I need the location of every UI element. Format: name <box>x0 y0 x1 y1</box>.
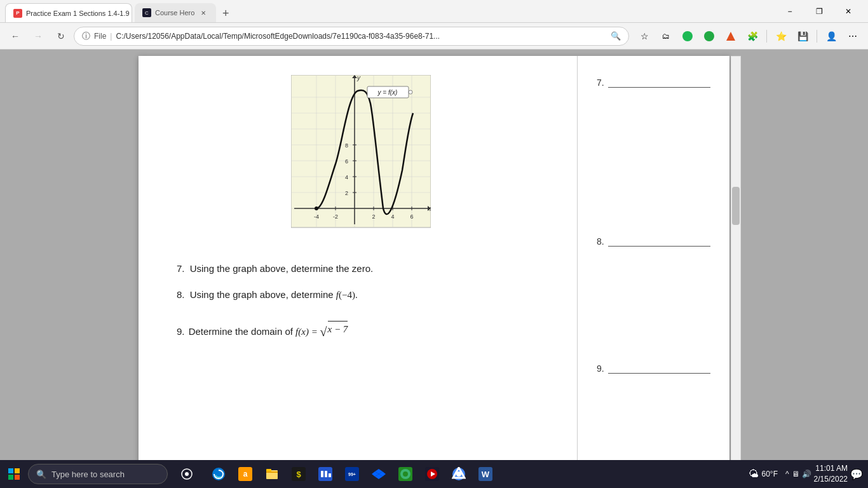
window-controls: − ❐ ✕ <box>775 0 863 23</box>
svg-text:4: 4 <box>345 174 348 180</box>
amazon-logo: a <box>238 467 252 481</box>
new-tab-button[interactable]: + <box>216 4 235 22</box>
svg-text:4: 4 <box>391 214 394 220</box>
forward-button[interactable]: → <box>28 26 48 46</box>
question-8: 8. Using the graph above, determine f(−4… <box>177 288 545 302</box>
speaker-icon: 🔊 <box>802 470 811 478</box>
tab-coursehero[interactable]: C Course Hero ✕ <box>135 3 216 22</box>
taskbar-app6-icon[interactable]: 99+ <box>339 461 365 487</box>
url-bar[interactable]: ⓘ File | C:/Users/12056/AppData/Local/Te… <box>74 27 629 46</box>
fav-star-icon[interactable]: ⭐ <box>771 26 791 46</box>
graph-area: -4 -2 2 4 6 2 <box>291 75 431 243</box>
network-icon: 🖥 <box>792 470 799 478</box>
weather-icon: 🌤 <box>749 468 759 480</box>
q9-math2: (x) = <box>298 327 320 337</box>
svg-text:y: y <box>356 75 361 81</box>
file-label: File <box>94 32 106 41</box>
answer-9: 9. <box>597 361 710 374</box>
taskbar-amazon-icon[interactable]: a <box>233 461 258 487</box>
taskbar-edge-icon[interactable] <box>206 461 231 487</box>
taskbar-game-icon[interactable] <box>393 461 418 487</box>
svg-text:2: 2 <box>372 214 375 220</box>
scrollbar[interactable] <box>731 56 741 488</box>
browser-icon-1[interactable] <box>677 26 698 46</box>
svg-text:-4: -4 <box>314 214 319 220</box>
answer-8-line <box>608 234 710 247</box>
content-scroll: -4 -2 2 4 6 2 <box>0 50 868 488</box>
taskbar-app5-icon[interactable] <box>313 461 338 487</box>
q7-num: 7. <box>177 263 185 274</box>
address-bar: ← → ↻ ⓘ File | C:/Users/12056/AppData/Lo… <box>0 23 868 50</box>
more-button[interactable]: ⋯ <box>843 26 863 46</box>
taskbar-clock[interactable]: 11:01 AM 2/15/2022 <box>814 463 848 485</box>
reload-button[interactable]: ↻ <box>51 26 71 46</box>
svg-text:8: 8 <box>345 142 348 149</box>
clock-time: 11:01 AM <box>814 463 848 474</box>
minimize-button[interactable]: − <box>775 0 804 23</box>
explorer-logo <box>265 467 279 481</box>
back-button[interactable]: ← <box>5 26 25 46</box>
browser-content: -4 -2 2 4 6 2 <box>0 50 868 488</box>
extensions-icon[interactable]: 🧩 <box>742 26 763 46</box>
tab2-close[interactable]: ✕ <box>198 8 208 18</box>
svg-rect-49 <box>15 475 20 480</box>
page-wrapper: -4 -2 2 4 6 2 <box>0 50 868 488</box>
browser-icon-3[interactable] <box>721 26 741 46</box>
svg-rect-3 <box>291 75 431 227</box>
scrollbar-thumb[interactable] <box>732 187 740 225</box>
word-logo: W <box>478 467 492 481</box>
url-separator: | <box>110 32 112 41</box>
start-button[interactable] <box>0 460 28 488</box>
taskbar-dropbox-icon[interactable] <box>366 461 391 487</box>
function-graph: -4 -2 2 4 6 2 <box>291 75 431 240</box>
question-9: 9. Determine the domain of f(x) = √ x − … <box>177 321 545 339</box>
taskbar-word-icon[interactable]: W <box>473 461 498 487</box>
taskbar-video-icon[interactable] <box>419 461 445 487</box>
close-button[interactable]: ✕ <box>834 0 863 23</box>
taskbar-explorer-icon[interactable] <box>259 461 285 487</box>
svg-rect-56 <box>266 469 271 471</box>
notification-button[interactable]: 💬 <box>850 468 863 480</box>
svg-rect-62 <box>325 471 327 477</box>
answer-9-line <box>608 361 710 374</box>
tab1-label: Practice Exam 1 Sections 1.4-1.9 <box>26 10 130 17</box>
q9-text: Determine the domain of <box>189 326 295 337</box>
taskbar-app4-icon[interactable]: $ <box>286 461 311 487</box>
svg-text:y = f(x): y = f(x) <box>377 89 398 96</box>
maximize-button[interactable]: ❐ <box>804 0 834 23</box>
search-icon: 🔍 <box>611 31 621 41</box>
dropbox-logo <box>372 467 386 481</box>
app5-logo <box>318 467 332 481</box>
taskbar-chrome-icon[interactable] <box>446 461 471 487</box>
profile-icon[interactable]: 👤 <box>821 26 841 46</box>
svg-point-42 <box>315 207 318 210</box>
taskbar-search-box[interactable]: 🔍 Type here to search <box>28 464 168 484</box>
svg-text:-2: -2 <box>333 214 338 220</box>
task-view-button[interactable] <box>173 460 201 488</box>
search-placeholder-text: Type here to search <box>51 470 125 479</box>
questions-section: 7. Using the graph above, determine the … <box>177 262 545 339</box>
svg-point-72 <box>403 471 408 477</box>
collections-icon[interactable]: 🗂 <box>656 26 676 46</box>
favorites-icon[interactable]: ☆ <box>634 26 654 46</box>
answer-7-line <box>608 75 710 88</box>
svg-text:$: $ <box>296 470 301 479</box>
tab2-label: Course Hero <box>155 9 194 17</box>
svg-rect-63 <box>329 473 331 477</box>
system-tray[interactable]: ^ 🖥 🔊 <box>785 470 811 478</box>
svg-text:a: a <box>243 470 248 478</box>
svg-point-1 <box>704 31 714 41</box>
browser-icon-2[interactable] <box>699 26 719 46</box>
tab-pdf[interactable]: P Practice Exam 1 Sections 1.4-1.9 ✕ <box>5 3 132 22</box>
game-logo <box>398 467 412 481</box>
url-text: C:/Users/12056/AppData/Local/Temp/Micros… <box>116 32 607 41</box>
up-arrow: ^ <box>785 470 789 478</box>
svg-rect-48 <box>8 475 13 480</box>
answer-8-label: 8. <box>597 236 604 247</box>
answer-9-label: 9. <box>597 363 604 374</box>
q7-text: Using the graph above, determine the zer… <box>190 263 374 274</box>
taskbar-apps: a $ <box>206 461 498 487</box>
svg-text:x: x <box>429 205 431 212</box>
save-icon[interactable]: 💾 <box>792 26 813 46</box>
coursehero-tab-icon: C <box>142 8 151 17</box>
